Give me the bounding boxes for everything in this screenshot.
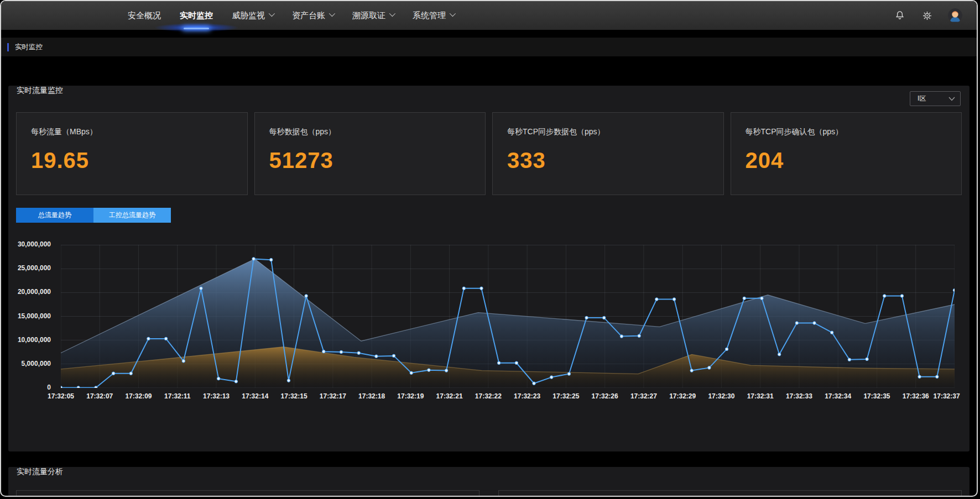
- y-tick-label: 15,000,000: [0, 312, 51, 320]
- x-tick-label: 17:32:30: [708, 392, 734, 400]
- user-avatar[interactable]: [948, 8, 962, 23]
- chevron-down-icon: [269, 10, 275, 17]
- chart-plot-area: [61, 245, 955, 388]
- stat-card-label: 每秒TCP同步数据包（pps）: [507, 127, 723, 137]
- x-tick-label: 17:32:05: [48, 392, 74, 400]
- x-tick-label: 17:32:14: [242, 392, 268, 400]
- stat-card-tcp-syn-per-sec: 每秒TCP同步数据包（pps） 333: [492, 112, 724, 195]
- top-nav: 安全概况 实时监控 威胁监视 资产台账 溯源取证 系统管理: [1, 1, 977, 30]
- x-tick-label: 17:32:35: [863, 392, 890, 400]
- nav-item-label: 实时监控: [180, 10, 213, 21]
- stat-cards-row: 每秒流量（MBps） 19.65 每秒数据包（pps） 51273 每秒TCP同…: [16, 112, 962, 195]
- chevron-down-icon: [389, 10, 395, 17]
- bell-icon[interactable]: [894, 9, 906, 22]
- stat-card-value: 333: [507, 148, 723, 173]
- stat-card-flow-per-sec: 每秒流量（MBps） 19.65: [16, 112, 248, 195]
- traffic-trend-chart: 05,000,00010,000,00015,000,00020,000,000…: [17, 245, 955, 402]
- y-tick-label: 0: [0, 384, 51, 391]
- stat-card-value: 51273: [269, 148, 486, 173]
- nav-item-label: 安全概况: [128, 10, 161, 21]
- x-tick-label: 17:32:26: [592, 392, 618, 400]
- chart-x-axis: 17:32:0517:32:0717:32:0917:32:1117:32:13…: [61, 392, 955, 402]
- stat-card-tcp-synack-per-sec: 每秒TCP同步确认包（pps） 204: [731, 112, 962, 195]
- breadcrumb-bar: 实时监控: [1, 38, 977, 56]
- x-tick-label: 17:32:15: [281, 392, 307, 400]
- x-tick-label: 17:32:18: [358, 392, 385, 400]
- gear-icon[interactable]: [921, 9, 933, 22]
- chevron-down-icon: [450, 10, 456, 17]
- x-tick-label: 17:32:22: [475, 392, 502, 400]
- nav-item-label: 溯源取证: [352, 10, 385, 21]
- region-select-value: I区: [918, 94, 926, 103]
- x-tick-label: 17:32:13: [203, 392, 230, 400]
- x-tick-label: 17:32:25: [552, 392, 579, 400]
- nav-item-threat-watch[interactable]: 威胁监视: [222, 1, 283, 30]
- x-tick-label: 17:32:34: [825, 392, 851, 400]
- chevron-down-icon: [948, 97, 955, 101]
- x-tick-label: 17:32:23: [514, 392, 540, 400]
- nav-item-label: 系统管理: [413, 10, 446, 21]
- x-tick-label: 17:32:07: [86, 392, 113, 400]
- chevron-down-icon: [329, 10, 335, 17]
- nav-menu: 安全概况 实时监控 威胁监视 资产台账 溯源取证 系统管理: [118, 1, 463, 30]
- x-tick-label: 17:32:36: [903, 392, 929, 400]
- nav-item-trace-forensics[interactable]: 溯源取证: [343, 1, 403, 30]
- nav-item-asset-ledger[interactable]: 资产台账: [283, 1, 343, 30]
- stat-card-value: 204: [746, 148, 962, 173]
- breadcrumb-accent: [7, 43, 9, 51]
- stat-card-packets-per-sec: 每秒数据包（pps） 51273: [254, 112, 486, 195]
- x-tick-label: 17:32:19: [397, 392, 424, 400]
- chart-y-axis: 05,000,00010,000,00015,000,00020,000,000…: [17, 245, 55, 388]
- breadcrumb: 实时监控: [15, 43, 43, 52]
- y-tick-label: 20,000,000: [0, 288, 51, 296]
- analysis-tables-row: Top协议分布 协议名称 总流量 平均流量 总数据包 Top工控协议分布 协议名…: [16, 490, 962, 497]
- stat-card-label: 每秒流量（MBps）: [31, 127, 247, 137]
- x-tick-label: 17:32:29: [669, 392, 696, 400]
- x-tick-label: 17:32:11: [164, 392, 190, 400]
- tab-ics-total-flow-trend[interactable]: 工控总流量趋势: [93, 208, 171, 223]
- x-tick-label: 17:32:27: [630, 392, 657, 400]
- region-select[interactable]: I区: [910, 91, 961, 106]
- tab-total-flow-trend[interactable]: 总流量趋势: [16, 208, 93, 223]
- y-tick-label: 30,000,000: [0, 240, 51, 248]
- x-tick-label: 17:32:21: [436, 392, 463, 400]
- x-tick-label: 17:32:37: [934, 392, 960, 400]
- top-protocol-table: Top协议分布 协议名称 总流量 平均流量 总数据包: [16, 490, 479, 497]
- nav-right-icons: [894, 8, 962, 23]
- nav-item-system-admin[interactable]: 系统管理: [403, 1, 463, 30]
- realtime-traffic-panel: I区 实时流量监控 每秒流量（MBps） 19.65 每秒数据包（pps） 51…: [8, 86, 969, 451]
- y-tick-label: 25,000,000: [0, 264, 51, 272]
- y-tick-label: 10,000,000: [0, 336, 51, 344]
- y-tick-label: 5,000,000: [0, 360, 51, 367]
- chart-svg: [61, 245, 955, 388]
- stat-card-label: 每秒数据包（pps）: [269, 127, 486, 137]
- app-window: 安全概况 实时监控 威胁监视 资产台账 溯源取证 系统管理: [0, 0, 978, 497]
- realtime-analysis-panel: 实时流量分析 Top协议分布 协议名称 总流量 平均流量 总数据包 Top工控协…: [8, 467, 969, 497]
- x-tick-label: 17:32:31: [747, 392, 774, 400]
- section-title-traffic-monitor: 实时流量监控: [17, 86, 969, 96]
- trend-tabs: 总流量趋势 工控总流量趋势: [16, 208, 969, 223]
- nav-item-label: 资产台账: [292, 10, 325, 21]
- nav-item-realtime-monitor[interactable]: 实时监控: [170, 1, 222, 30]
- nav-item-label: 威胁监视: [232, 10, 265, 21]
- stat-card-label: 每秒TCP同步确认包（pps）: [746, 127, 962, 137]
- top-ics-protocol-table: Top工控协议分布 协议名称 总流量 平均流量 总数据包: [498, 490, 962, 497]
- x-tick-label: 17:32:33: [786, 392, 812, 400]
- x-tick-label: 17:32:17: [320, 392, 346, 400]
- stat-card-value: 19.65: [31, 148, 247, 173]
- section-title-traffic-analysis: 实时流量分析: [17, 467, 969, 477]
- x-tick-label: 17:32:09: [125, 392, 152, 400]
